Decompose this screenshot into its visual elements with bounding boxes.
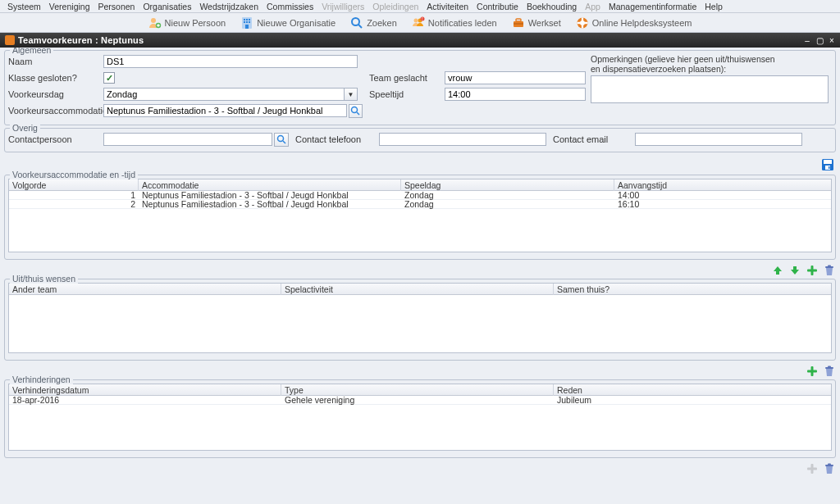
th-samen-thuis[interactable]: Samen thuis?: [554, 284, 831, 295]
table-uitthuis: Ander team Spelactiviteit Samen thuis?: [8, 283, 832, 353]
bell-people-icon: !: [412, 16, 425, 30]
close-button[interactable]: ×: [827, 35, 837, 45]
svg-rect-29: [776, 270, 779, 275]
th-speeldag[interactable]: Speeldag: [401, 179, 614, 191]
toolbar: Nieuw Persoon Nieuwe Organisatie Zoeken …: [0, 13, 840, 33]
toolbar-label: Werkset: [528, 18, 561, 28]
svg-point-23: [278, 136, 284, 142]
menu-organisaties[interactable]: Organisaties: [139, 2, 195, 11]
svg-rect-4: [246, 19, 248, 20]
menu-managementinformatie[interactable]: Managementinformatie: [605, 2, 701, 11]
label-speeltijd: Speeltijd: [369, 89, 445, 99]
opmerkingen-hint-2: en dispensatieverzoeken plaatsen):: [591, 64, 832, 74]
menu-contributie[interactable]: Contributie: [472, 2, 523, 11]
menu-opleidingen: Opleidingen: [368, 2, 422, 11]
menu-vereniging[interactable]: Vereniging: [45, 2, 94, 11]
table-row[interactable]: 2 Neptunus Familiestadion - 3 - Softbal …: [9, 200, 831, 209]
table-verhinderingen-body: 18-apr-2016 Gehele vereniging Jubileum: [9, 396, 831, 405]
toolbar-helpdesk[interactable]: Online Helpdesksysteem: [571, 15, 697, 31]
toolbar-label: Zoeken: [367, 18, 397, 28]
toolbar-werkset[interactable]: Werkset: [507, 15, 566, 31]
add-button[interactable]: [806, 365, 819, 378]
input-speeltijd[interactable]: [445, 88, 586, 101]
input-team-geslacht: [445, 71, 586, 84]
th-spelactiviteit[interactable]: Spelactiviteit: [281, 284, 554, 295]
lookup-contactpersoon-button[interactable]: [274, 133, 289, 147]
label-voorkeursdag: Voorkeursdag: [8, 89, 103, 99]
delete-button[interactable]: [823, 264, 836, 277]
move-down-button[interactable]: [788, 264, 801, 277]
label-contact-telefoon: Contact telefoon: [289, 134, 379, 144]
svg-rect-5: [249, 19, 250, 20]
action-row-voorkeurs: [4, 262, 836, 279]
legend-verhinderingen: Verhinderingen: [10, 375, 73, 384]
toolbar-label: Online Helpdesksysteem: [592, 18, 692, 28]
td-reden: Jubileum: [554, 396, 831, 405]
add-button-disabled: [806, 462, 819, 475]
svg-rect-28: [829, 166, 830, 169]
tab-title: Teamvoorkeuren : Neptunus: [18, 35, 144, 45]
menu-app: App: [581, 2, 605, 11]
th-accommodatie[interactable]: Accommodatie: [139, 179, 401, 191]
td-aanvangstijd: 14:00: [614, 191, 831, 200]
input-contact-telefoon[interactable]: [379, 133, 546, 146]
search-icon: [350, 16, 363, 30]
table-row[interactable]: 18-apr-2016 Gehele vereniging Jubileum: [9, 396, 831, 405]
th-verhinderingsdatum[interactable]: Verhinderingsdatum: [9, 384, 281, 396]
label-voorkeursaccommodatie: Voorkeursaccommodatie: [8, 106, 103, 116]
delete-button[interactable]: [823, 462, 836, 475]
svg-rect-7: [246, 21, 248, 23]
input-contact-email[interactable]: [635, 133, 802, 146]
toolbar-nieuw-persoon[interactable]: Nieuw Persoon: [144, 15, 231, 31]
svg-rect-38: [828, 366, 831, 368]
add-button[interactable]: [806, 264, 819, 277]
menu-systeem[interactable]: Systeem: [3, 2, 45, 11]
menu-help[interactable]: Help: [701, 2, 727, 11]
maximize-button[interactable]: ▢: [815, 35, 824, 45]
td-accommodatie: Neptunus Familiestadion - 3 - Softbal / …: [139, 200, 401, 209]
table-verhinderingen-header: Verhinderingsdatum Type Reden: [9, 384, 831, 396]
svg-text:!: !: [422, 17, 422, 21]
checkbox-klasse-gesloten[interactable]: ✓: [103, 72, 115, 84]
group-voorkeursaccommodatie-tijd: Voorkeursaccommodatie en -tijd Volgorde …: [4, 175, 836, 260]
th-reden[interactable]: Reden: [554, 384, 831, 396]
menu-boekhouding[interactable]: Boekhouding: [523, 2, 581, 11]
delete-button[interactable]: [823, 365, 836, 378]
content-area: Algemeen Naam Klasse gesloten? ✓ Voorkeu…: [0, 48, 840, 504]
th-type[interactable]: Type: [281, 384, 554, 396]
toolbox-icon: [512, 16, 525, 30]
input-contactpersoon[interactable]: [103, 133, 272, 146]
label-klasse-gesloten: Klasse gesloten?: [8, 73, 103, 83]
menu-wedstrijdzaken[interactable]: Wedstrijdzaken: [195, 2, 262, 11]
lookup-accommodatie-button[interactable]: [349, 104, 363, 118]
th-volgorde[interactable]: Volgorde: [9, 179, 139, 191]
svg-rect-6: [244, 21, 245, 23]
textarea-opmerkingen[interactable]: [591, 75, 829, 103]
save-button[interactable]: [821, 158, 834, 171]
menu-personen[interactable]: Personen: [94, 2, 139, 11]
svg-point-12: [413, 18, 418, 22]
toolbar-nieuwe-organisatie[interactable]: Nieuwe Organisatie: [235, 15, 340, 31]
legend-overig: Overig: [10, 123, 40, 133]
label-team-geslacht: Team geslacht: [369, 73, 445, 83]
input-naam[interactable]: [103, 55, 358, 68]
svg-rect-36: [807, 370, 817, 373]
select-voorkeursdag[interactable]: [103, 88, 345, 101]
svg-line-11: [358, 25, 362, 28]
dropdown-arrow-icon[interactable]: ▼: [345, 88, 358, 101]
minimize-button[interactable]: –: [802, 35, 812, 45]
toolbar-zoeken[interactable]: Zoeken: [345, 15, 402, 31]
action-row-verhinderingen: [4, 461, 836, 477]
th-ander-team[interactable]: Ander team: [9, 284, 281, 295]
menu-commissies[interactable]: Commissies: [262, 2, 317, 11]
th-aanvangstijd[interactable]: Aanvangstijd: [614, 179, 831, 191]
input-voorkeursaccommodatie[interactable]: [103, 104, 347, 117]
tab-icon: [5, 35, 15, 45]
svg-rect-34: [828, 266, 831, 267]
menu-activiteiten[interactable]: Activiteiten: [422, 2, 472, 11]
move-up-button[interactable]: [771, 264, 784, 277]
svg-rect-42: [828, 464, 831, 465]
group-uitthuis: Uit/thuis wensen Ander team Spelactivite…: [4, 279, 836, 361]
toolbar-notificaties-leden[interactable]: ! Notificaties leden: [407, 15, 502, 31]
table-verhinderingen: Verhinderingsdatum Type Reden 18-apr-201…: [8, 384, 832, 451]
